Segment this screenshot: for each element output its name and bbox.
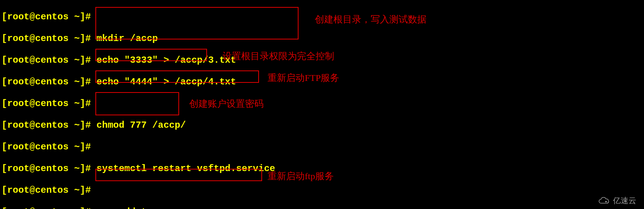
annotation-set-permissions: 设置根目录权限为完全控制 bbox=[223, 50, 334, 62]
annotation-restart-ftp-2: 重新启动ftp服务 bbox=[268, 170, 334, 182]
shell-prompt: [root@centos ~]# bbox=[2, 33, 91, 44]
shell-command: chmod 777 /accp/ bbox=[91, 120, 186, 130]
shell-command: useradd tom bbox=[91, 207, 158, 209]
shell-prompt: [root@centos ~]# bbox=[2, 98, 91, 109]
shell-prompt: [root@centos ~]# bbox=[2, 120, 91, 130]
shell-prompt: [root@centos ~]# bbox=[2, 142, 91, 152]
shell-prompt: [root@centos ~]# bbox=[2, 207, 91, 209]
cloud-icon bbox=[597, 197, 611, 205]
annotation-create-account: 创建账户设置密码 bbox=[189, 98, 264, 110]
terminal-line: [root@centos ~]# useradd tom bbox=[2, 207, 642, 209]
terminal-line: [root@centos ~]# bbox=[2, 185, 642, 196]
shell-prompt: [root@centos ~]# bbox=[2, 12, 91, 22]
shell-command: mkdir /accp bbox=[91, 33, 158, 44]
terminal-line: [root@centos ~]# chmod 777 /accp/ bbox=[2, 120, 642, 131]
shell-command: systemctl restart vsftpd.service bbox=[91, 163, 275, 174]
shell-command: echo "3333" > /accp/3.txt bbox=[91, 55, 236, 65]
annotation-create-root-dir: 创建根目录，写入测试数据 bbox=[315, 13, 426, 26]
watermark: 亿速云 bbox=[597, 195, 636, 206]
shell-prompt: [root@centos ~]# bbox=[2, 55, 91, 65]
watermark-text: 亿速云 bbox=[613, 195, 636, 206]
terminal-line: [root@centos ~]# bbox=[2, 98, 642, 109]
svg-point-0 bbox=[605, 201, 607, 202]
shell-prompt: [root@centos ~]# bbox=[2, 163, 91, 174]
shell-command: echo "4444" > /accp/4.txt bbox=[91, 77, 236, 87]
annotation-restart-ftp-1: 重新启动FTP服务 bbox=[268, 72, 339, 84]
shell-prompt: [root@centos ~]# bbox=[2, 77, 91, 87]
terminal-line: [root@centos ~]# mkdir /accp bbox=[2, 33, 642, 44]
terminal-line: [root@centos ~]# bbox=[2, 142, 642, 152]
shell-prompt: [root@centos ~]# bbox=[2, 185, 91, 195]
